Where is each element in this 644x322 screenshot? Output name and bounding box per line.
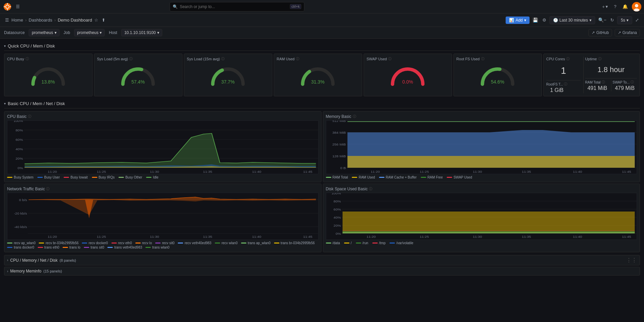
svg-text:0 b/s: 0 b/s bbox=[19, 198, 27, 202]
svg-text:-20 kb/s: -20 kb/s bbox=[14, 212, 27, 215]
cpu-busy-info[interactable]: ⓘ bbox=[26, 57, 29, 61]
cpu-cores-info[interactable]: ⓘ bbox=[566, 57, 570, 61]
breadcrumb-dashboards[interactable]: Dashboards bbox=[29, 18, 52, 23]
legend-recv-sit0: recv sit0 bbox=[155, 241, 174, 245]
uptime-info[interactable]: ⓘ bbox=[598, 57, 602, 61]
clock-icon: 🕐 bbox=[553, 18, 558, 23]
grafana-link[interactable]: ↗ Grafana bbox=[615, 29, 640, 36]
refresh-button[interactable]: ↻ bbox=[609, 17, 615, 24]
datasource-select[interactable]: prometheus ▾ bbox=[29, 29, 59, 36]
svg-text:11:30: 11:30 bbox=[473, 170, 482, 173]
cpu-memory-charts-row: CPU Basic ⓘ 100% 80% 60% bbox=[4, 111, 640, 182]
svg-marker-89 bbox=[342, 231, 635, 232]
rootfs-info[interactable]: ⓘ bbox=[564, 82, 567, 87]
legend-ram-free: RAM Free bbox=[421, 175, 443, 179]
svg-text:11:40: 11:40 bbox=[573, 170, 582, 173]
share-button[interactable]: ⬆ bbox=[101, 17, 106, 24]
svg-text:60%: 60% bbox=[333, 208, 341, 211]
add-button[interactable]: 📊 Add ▾ bbox=[506, 17, 529, 24]
cpu-cores-title: CPU Cores bbox=[546, 57, 565, 61]
legend-recv-docker0: recv docker0 bbox=[82, 241, 108, 245]
cpu-memory-collapse[interactable]: › CPU / Memory / Net / Disk (8 panels) ⋮… bbox=[4, 255, 640, 265]
ram-used-info[interactable]: ⓘ bbox=[296, 57, 299, 61]
sys-load-5-info[interactable]: ⓘ bbox=[129, 57, 133, 61]
quick-chevron: ▾ bbox=[4, 44, 6, 48]
sys-load-15-info[interactable]: ⓘ bbox=[221, 57, 225, 61]
sys-load-5-title: Sys Load (5m avg) bbox=[97, 57, 128, 61]
cpu-memory-title: CPU / Memory / Net / Disk bbox=[10, 258, 58, 263]
star-button[interactable]: ☆ bbox=[93, 17, 99, 24]
hamburger-menu[interactable]: ☰ bbox=[15, 3, 21, 10]
breadcrumb-home[interactable]: Home bbox=[11, 18, 23, 23]
host-select[interactable]: 10.1.10.101:9100 ▾ bbox=[121, 29, 162, 36]
legend-trans-ap-wlan0: trans ap_wlan0 bbox=[241, 241, 271, 245]
legend-busy-system: Busy System bbox=[7, 175, 33, 179]
help-button[interactable]: ? bbox=[612, 3, 618, 10]
svg-text:11:30: 11:30 bbox=[150, 235, 159, 238]
time-range-button[interactable]: 🕐 Last 30 minutes ▾ bbox=[549, 16, 595, 24]
disk-basic-info[interactable]: ⓘ bbox=[369, 187, 372, 191]
search-input[interactable] bbox=[180, 4, 288, 9]
panel-menu-icon[interactable]: ⋮⋮ bbox=[626, 257, 637, 263]
disk-basic-chart: 100% 80% 60% 40% 20% 0% 11:20 1 bbox=[326, 193, 637, 240]
top-right-controls: ＋▾ ? 🔔 bbox=[599, 2, 641, 11]
disk-basic-panel: Disk Space Used Basic ⓘ 100% 80% 60% bbox=[323, 184, 640, 252]
memory-basic-info[interactable]: ⓘ bbox=[353, 114, 356, 119]
breadcrumb-bar: ☰ Home › Dashboards › Demo Dashboard ☆ ⬆… bbox=[0, 13, 644, 27]
svg-text:11:40: 11:40 bbox=[252, 170, 262, 173]
job-select[interactable]: prometheus ▾ bbox=[74, 29, 105, 36]
svg-text:11:45: 11:45 bbox=[622, 170, 631, 173]
search-shortcut: ctrl+k bbox=[290, 4, 301, 9]
ram-total-info[interactable]: ⓘ bbox=[602, 80, 605, 85]
svg-text:0 B: 0 B bbox=[340, 166, 346, 170]
plus-button[interactable]: ＋▾ bbox=[599, 2, 610, 11]
memory-meminfo-collapse[interactable]: › Memory Meminfo (15 panels) bbox=[4, 267, 640, 276]
svg-text:0%: 0% bbox=[18, 166, 23, 170]
legend-recv-eth0: recv eth0 bbox=[111, 241, 132, 245]
swap-used-panel: SWAP Used ⓘ 0.0% bbox=[364, 54, 452, 96]
rootfs-total-value: 1 GiB bbox=[546, 87, 568, 93]
svg-text:11:20: 11:20 bbox=[48, 235, 57, 238]
svg-text:11:35: 11:35 bbox=[203, 170, 212, 173]
filter-bar: Datasource prometheus ▾ Job prometheus ▾… bbox=[0, 27, 644, 39]
memory-basic-legend: RAM Total RAM Used RAM Cache + Buffer RA… bbox=[326, 175, 637, 179]
svg-text:11:35: 11:35 bbox=[203, 235, 212, 238]
basic-section-header[interactable]: ▾ Basic CPU / Mem / Net / Disk bbox=[4, 99, 640, 108]
svg-text:40%: 40% bbox=[333, 216, 341, 219]
legend-recv-wlan0: recv wlan0 bbox=[215, 241, 238, 245]
settings-button[interactable]: ⚙ bbox=[541, 17, 547, 24]
network-basic-legend: recv ap_wlan0 recv br-034b2995fb56 recv … bbox=[7, 241, 318, 249]
refresh-interval-button[interactable]: 5s ▾ bbox=[617, 16, 632, 24]
ram-total-value: 491 MiB bbox=[585, 85, 609, 91]
legend-busy-irqs: Busy IRQs bbox=[92, 175, 115, 179]
sys-load-15-panel: Sys Load (15m avg) ⓘ 37.7% bbox=[184, 54, 272, 96]
cpu-basic-info[interactable]: ⓘ bbox=[28, 114, 31, 119]
swap-total-info[interactable]: ⓘ bbox=[631, 80, 634, 85]
github-link[interactable]: ↗ GitHub bbox=[588, 29, 612, 36]
network-basic-info[interactable]: ⓘ bbox=[46, 187, 49, 191]
uptime-value: 1.8 hour bbox=[585, 63, 637, 77]
sys-load-15-title: Sys Load (15m avg) bbox=[187, 57, 220, 61]
dashboard-content: ▾ Quick CPU / Mem / Disk CPU Busy ⓘ 13.8… bbox=[0, 39, 644, 280]
save-dashboard-button[interactable]: 💾 bbox=[532, 17, 539, 24]
external-link-icon: ↗ bbox=[618, 30, 621, 35]
legend-trans-wlan0: trans wlan0 bbox=[145, 246, 169, 249]
basic-section-title: Basic CPU / Mem / Net / Disk bbox=[8, 101, 65, 106]
memory-meminfo-title: Memory Meminfo bbox=[10, 269, 41, 273]
cpu-cores-uptime-panel: CPU Cores ⓘ 1 RootFS T... ⓘ 1 G bbox=[543, 54, 640, 96]
expand-button[interactable]: ⤢ bbox=[634, 17, 640, 24]
swap-used-info[interactable]: ⓘ bbox=[388, 57, 392, 61]
top-navbar: ☰ 🔍 ctrl+k ＋▾ ? 🔔 bbox=[0, 0, 644, 13]
zoom-out-button[interactable]: 🔍− bbox=[597, 17, 608, 24]
svg-text:11:30: 11:30 bbox=[473, 235, 482, 238]
filter-links: ↗ GitHub ↗ Grafana bbox=[588, 29, 640, 36]
svg-text:11:20: 11:20 bbox=[370, 170, 380, 173]
quick-section-header[interactable]: ▾ Quick CPU / Mem / Disk bbox=[4, 41, 640, 51]
root-fs-info[interactable]: ⓘ bbox=[481, 57, 484, 61]
basic-chevron: ▾ bbox=[4, 102, 6, 105]
search-bar[interactable]: 🔍 ctrl+k bbox=[170, 2, 304, 11]
cpu-basic-legend: Busy System Busy User Busy Iowait Busy I… bbox=[7, 175, 318, 179]
user-avatar[interactable] bbox=[632, 2, 641, 11]
notifications-button[interactable]: 🔔 bbox=[620, 3, 630, 10]
sidebar-toggle[interactable]: ☰ bbox=[4, 17, 10, 24]
